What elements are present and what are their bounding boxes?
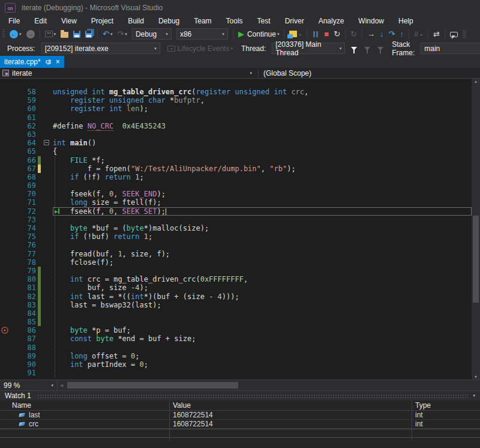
column-header-value[interactable]: Value: [169, 401, 412, 410]
code-line-86[interactable]: ▸86 byte *p = buf;: [0, 326, 472, 334]
code-line-82[interactable]: 82 int last = *((int*)(buf + (size - 4))…: [0, 292, 472, 301]
code-text[interactable]: buf, size -4);: [53, 283, 472, 292]
pin-icon[interactable]: [46, 59, 52, 65]
code-line-63[interactable]: 63: [0, 130, 472, 139]
code-line-79[interactable]: 79: [0, 267, 472, 275]
horizontal-scrollbar-thumb[interactable]: [67, 382, 238, 389]
code-text[interactable]: int crc = mg_table_driven_crc(0xFFFFFFFF…: [53, 275, 472, 283]
code-text[interactable]: register unsigned char *bufptr,: [53, 96, 472, 104]
breakpoint-margin[interactable]: [0, 104, 11, 113]
line-number[interactable]: 76: [11, 241, 36, 249]
breakpoint-margin[interactable]: [0, 88, 11, 96]
line-number[interactable]: 71: [11, 198, 36, 207]
code-text[interactable]: FILE *f;: [53, 156, 472, 165]
show-next-statement-button[interactable]: →: [366, 29, 376, 39]
breakpoint-margin[interactable]: [0, 369, 11, 377]
code-line-83[interactable]: 83 last = bswap32(last);: [0, 301, 472, 309]
code-text[interactable]: ▶ fseek(f, 0, SEEK_SET);: [53, 207, 472, 216]
menu-item-view[interactable]: View: [54, 16, 84, 26]
diagnostic-tools-button[interactable]: ⌄: [288, 30, 303, 38]
line-number[interactable]: 67: [11, 165, 36, 173]
breakpoint-margin[interactable]: [0, 292, 11, 301]
step-out-button[interactable]: ↑: [398, 29, 405, 39]
code-line-62[interactable]: 62#define NO_CRC 0x4E435243: [0, 122, 472, 130]
line-number[interactable]: 73: [11, 216, 36, 224]
line-number[interactable]: 91: [11, 369, 36, 377]
menu-item-analyze[interactable]: Analyze: [311, 16, 352, 26]
code-text[interactable]: fclose(f);: [53, 258, 472, 267]
code-line-70[interactable]: 70 fseek(f, 0, SEEK_END);: [0, 190, 472, 198]
thread-dropdown[interactable]: [203376] Main Thread ▾: [272, 43, 345, 54]
chevron-down-icon[interactable]: ▾: [277, 32, 280, 37]
breakpoint-margin[interactable]: [0, 122, 11, 130]
scroll-left-icon[interactable]: ◀: [60, 383, 63, 388]
watch-row-crc[interactable]: crc1608722514int: [0, 420, 480, 429]
filter-flagged-icon[interactable]: [364, 47, 370, 50]
code-line-60[interactable]: 60 register int len);: [0, 104, 472, 113]
breakpoint-margin[interactable]: [0, 352, 11, 360]
breakpoint-margin[interactable]: [0, 190, 11, 198]
code-line-76[interactable]: 76: [0, 241, 472, 249]
line-number[interactable]: 85: [11, 318, 36, 326]
solution-configuration-dropdown[interactable]: Debug ▾: [132, 28, 172, 40]
code-line-89[interactable]: 89 long offset = 0;: [0, 352, 472, 360]
code-line-88[interactable]: 88: [0, 344, 472, 352]
code-text[interactable]: byte *p = buf;: [53, 326, 472, 334]
menu-item-edit[interactable]: Edit: [27, 16, 54, 26]
line-number[interactable]: 62: [11, 122, 36, 130]
code-text[interactable]: long offset = 0;: [53, 352, 472, 360]
menu-item-help[interactable]: Help: [391, 16, 421, 26]
menu-item-window[interactable]: Window: [351, 16, 391, 26]
menu-item-team[interactable]: Team: [187, 16, 218, 26]
break-all-button[interactable]: [311, 31, 320, 38]
code-line-67[interactable]: 67 f = fopen("W:/Test/AliUnpacker/dump.b…: [0, 165, 472, 173]
watch-name-cell[interactable]: last: [0, 411, 169, 419]
step-into-button[interactable]: ↓: [379, 29, 385, 39]
attach-button[interactable]: ↻: [349, 29, 358, 39]
code-text[interactable]: [53, 216, 472, 224]
navigate-forward-button[interactable]: →: [25, 29, 36, 39]
breakpoint-margin[interactable]: [0, 114, 11, 122]
code-line-90[interactable]: 90 int partIndex = 0;: [0, 360, 472, 369]
line-number[interactable]: 90: [11, 360, 36, 369]
breakpoint-margin[interactable]: [0, 173, 11, 181]
line-number[interactable]: 84: [11, 309, 36, 318]
step-over-button[interactable]: ↷: [387, 29, 396, 39]
lifecycle-events-button[interactable]: ◂ Lifecycle Events ▾: [166, 44, 234, 53]
breakpoint-margin[interactable]: [0, 130, 11, 139]
breakpoint-margin[interactable]: [0, 139, 11, 147]
watch-title-bar[interactable]: Watch 1 ▾: [0, 391, 480, 401]
line-number[interactable]: 69: [11, 181, 36, 190]
line-number[interactable]: 87: [11, 334, 36, 343]
watch-row-last[interactable]: last1608722514int: [0, 411, 480, 420]
line-number[interactable]: 83: [11, 301, 36, 309]
line-number[interactable]: 58: [11, 88, 36, 96]
code-text[interactable]: int last = *((int*)(buf + (size - 4)));: [53, 292, 472, 301]
column-header-name[interactable]: Name: [0, 401, 169, 410]
breakpoint-margin[interactable]: [0, 283, 11, 292]
chevron-down-icon[interactable]: ▾: [19, 32, 22, 37]
menu-item-project[interactable]: Project: [84, 16, 121, 26]
line-number[interactable]: 66: [11, 156, 36, 165]
open-file-button[interactable]: [59, 30, 70, 38]
code-text[interactable]: fseek(f, 0, SEEK_END);: [53, 190, 472, 198]
breakpoint-margin[interactable]: [0, 275, 11, 283]
breakpoint-margin[interactable]: [0, 156, 11, 165]
breakpoint-margin[interactable]: ▸: [0, 326, 11, 334]
line-number[interactable]: 88: [11, 344, 36, 352]
line-number[interactable]: 77: [11, 250, 36, 258]
code-text[interactable]: [53, 241, 472, 249]
breakpoint-margin[interactable]: [0, 96, 11, 104]
watch-value[interactable]: 1608722514: [169, 411, 412, 419]
title-bar[interactable]: ∞ iterate (Debugging) - Microsoft Visual…: [0, 0, 480, 15]
line-number[interactable]: 74: [11, 224, 36, 232]
code-line-58[interactable]: 58unsigned int mg_table_driven_crc(regis…: [0, 88, 472, 96]
save-button[interactable]: [72, 30, 82, 38]
zoom-dropdown[interactable]: 99 % ▾: [0, 380, 58, 390]
fold-margin[interactable]: −: [41, 139, 53, 147]
breakpoint-margin[interactable]: [0, 147, 11, 156]
code-text[interactable]: int main(): [53, 139, 472, 147]
line-number[interactable]: 61: [11, 114, 36, 122]
code-text[interactable]: [53, 181, 472, 190]
code-text[interactable]: [53, 309, 472, 318]
